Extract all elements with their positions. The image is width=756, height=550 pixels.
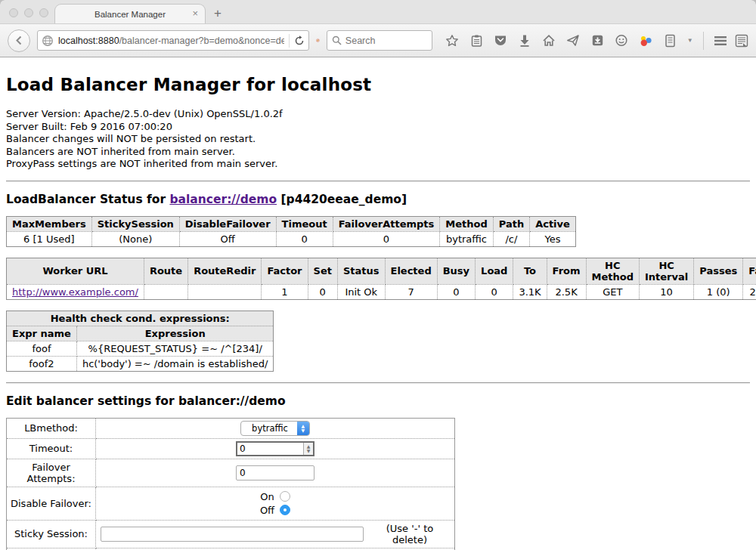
radio-on-label: On	[260, 491, 274, 502]
close-window-button[interactable]	[9, 8, 18, 17]
send-page-icon[interactable]	[566, 33, 581, 48]
back-arrow-icon	[14, 35, 25, 46]
balancer-settings-form: LBmethod: bytraffic ▲▼ Timeout: ▲▼	[6, 418, 455, 550]
col-maxmembers: MaxMembers	[7, 216, 92, 231]
archive-drawer-icon[interactable]	[663, 33, 677, 48]
new-tab-button[interactable]: +	[214, 6, 222, 21]
minimize-window-button[interactable]	[24, 8, 33, 17]
cell-worker-url: http://www.example.com/	[7, 284, 144, 299]
cell-elected: 7	[385, 284, 437, 299]
status-heading-prefix: LoadBalancer Status for	[6, 193, 169, 206]
number-spinner-icon[interactable]: ▲▼	[303, 443, 313, 455]
note-persist: Balancer changes will NOT be persisted o…	[6, 133, 750, 146]
note-inherit-proxypass: ProxyPass settings are NOT inherited fro…	[6, 158, 750, 171]
col-timeout: Timeout	[276, 216, 333, 231]
failover-attempts-input[interactable]	[236, 465, 314, 480]
cell-status: Init Ok	[337, 284, 385, 299]
col-stickysession: StickySession	[91, 216, 179, 231]
tab-close-icon[interactable]: ×	[192, 8, 198, 19]
col-hc-interval: HC Interval	[639, 258, 693, 284]
cell-expr-name: foof2	[7, 356, 77, 371]
menu-hamburger-icon[interactable]	[713, 33, 727, 48]
cell-fails: 2 (0)	[743, 284, 756, 299]
cell-path: /c/	[493, 231, 529, 246]
chat-smiley-icon[interactable]	[615, 33, 629, 48]
images-blocked-icon[interactable]	[316, 32, 320, 48]
radio-off[interactable]	[280, 505, 290, 515]
chevron-down-icon[interactable]: ▼	[687, 37, 693, 44]
timeout-row: Timeout: ▲▼	[7, 438, 455, 459]
home-icon[interactable]	[542, 33, 556, 48]
tab-bar: Balancer Manager × +	[0, 0, 756, 23]
cell-set: 0	[308, 284, 337, 299]
col-worker-url: Worker URL	[7, 258, 144, 284]
worker-status-table: Worker URL Route RouteRedir Factor Set S…	[6, 258, 756, 300]
pocket-icon[interactable]	[494, 33, 508, 48]
failover-attempts-label: Failover Attempts:	[7, 459, 96, 487]
col-load: Load	[476, 258, 513, 284]
url-text[interactable]: localhost:8880/balancer-manager?b=demo&n…	[58, 36, 284, 46]
col-from: From	[547, 258, 586, 284]
tab-balancer-manager[interactable]: Balancer Manager ×	[54, 4, 206, 23]
balancer-demo-link[interactable]: balancer://demo	[169, 193, 277, 206]
url-bar[interactable]: localhost:8880/balancer-manager?b=demo&n…	[37, 30, 309, 51]
toolbar-icons: ▼	[445, 33, 693, 48]
cell-expression: hc('body') =~ /domain is established/	[76, 356, 274, 371]
col-hc-method: HC Method	[586, 258, 639, 284]
reading-list-icon[interactable]	[469, 33, 484, 48]
cell-to: 3.1K	[513, 284, 547, 299]
download-icon[interactable]	[518, 33, 532, 48]
url-path: /balancer-manager?b=demo&nonce=decc37be-…	[119, 36, 284, 46]
page-content: Load Balancer Manager for localhost Serv…	[0, 57, 756, 550]
hc-row: foof %{REQUEST_STATUS} =~ /^[234]/	[7, 341, 274, 356]
col-expression: Expression	[76, 326, 274, 341]
balancer-status-table: MaxMembers StickySession DisableFailover…	[6, 216, 576, 247]
zoom-window-button[interactable]	[39, 8, 48, 17]
table-row: 6 [1 Used] (None) Off 0 0 bytraffic /c/ …	[7, 231, 576, 246]
disable-failover-row: Disable Failover: On Off	[7, 487, 455, 520]
save-to-device-icon[interactable]	[590, 33, 605, 48]
col-routeredir: RouteRedir	[188, 258, 262, 284]
cell-method: bytraffic	[440, 231, 493, 246]
server-version: Server Version: Apache/2.5.0-dev (Unix) …	[6, 108, 750, 121]
table-header-row: MaxMembers StickySession DisableFailover…	[7, 216, 576, 231]
col-active: Active	[530, 216, 576, 231]
cell-expr-name: foof	[7, 341, 77, 356]
cell-maxmembers: 6 [1 Used]	[7, 231, 92, 246]
page-title: Load Balancer Manager for localhost	[6, 75, 750, 94]
col-fails: Fails	[743, 258, 756, 284]
col-elected: Elected	[385, 258, 437, 284]
cell-hc-interval: 10	[639, 284, 693, 299]
lbmethod-selected-value: bytraffic	[241, 423, 297, 434]
cell-stickysession: (None)	[91, 231, 179, 246]
colored-dots-extension-icon[interactable]	[639, 33, 653, 48]
sticky-session-input[interactable]	[101, 527, 364, 542]
timeout-label: Timeout:	[7, 438, 96, 459]
lbmethod-label: LBmethod:	[7, 418, 96, 438]
search-icon	[332, 36, 342, 45]
window-controls	[9, 8, 48, 17]
timeout-input[interactable]	[237, 443, 303, 455]
bookmark-star-icon[interactable]	[445, 33, 460, 48]
col-route: Route	[144, 258, 187, 284]
server-built: Server Built: Feb 9 2016 07:00:20	[6, 121, 750, 134]
lbmethod-select[interactable]: bytraffic ▲▼	[240, 421, 310, 436]
navigation-toolbar: localhost:8880/balancer-manager?b=demo&n…	[0, 23, 756, 57]
failover-attempts-row: Failover Attempts:	[7, 459, 455, 487]
cell-active: Yes	[530, 231, 576, 246]
col-busy: Busy	[437, 258, 475, 284]
search-bar[interactable]	[327, 30, 432, 51]
worker-url-link[interactable]: http://www.example.com/	[12, 286, 138, 298]
radio-on[interactable]	[280, 491, 290, 502]
reload-icon[interactable]	[294, 36, 305, 46]
browser-window: Balancer Manager × + localhost:8880/bala…	[0, 0, 756, 550]
col-set: Set	[308, 258, 337, 284]
sticky-session-row: Sticky Session: (Use '-' to delete)	[7, 520, 455, 548]
lbmethod-row: LBmethod: bytraffic ▲▼	[7, 418, 455, 438]
search-input[interactable]	[345, 36, 414, 46]
url-separator	[289, 34, 290, 48]
edit-settings-heading: Edit balancer settings for balancer://de…	[6, 394, 750, 408]
tile-pages-icon[interactable]	[734, 33, 748, 48]
back-button[interactable]	[8, 29, 30, 52]
cell-route	[144, 284, 187, 299]
